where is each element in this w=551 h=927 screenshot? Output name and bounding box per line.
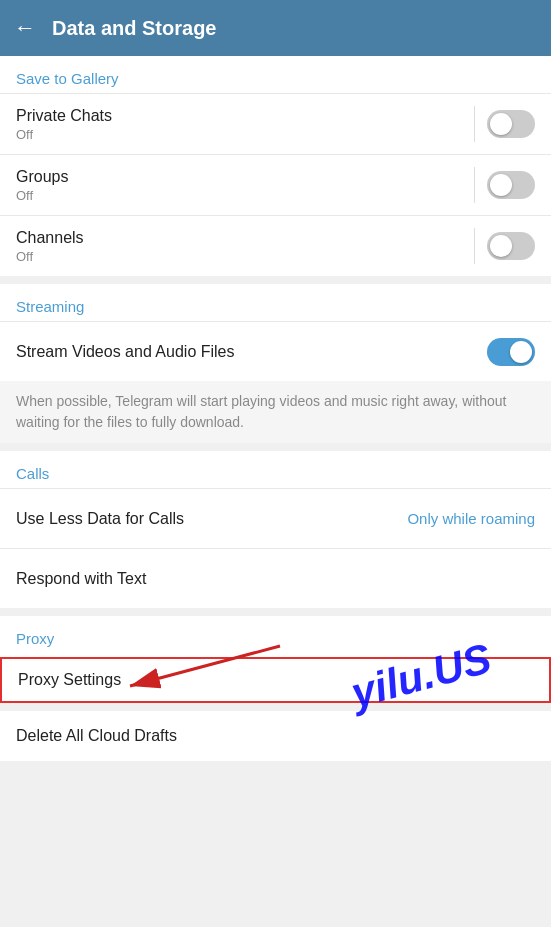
- calls-header: Calls: [0, 451, 551, 488]
- toggle-knob-3: [490, 235, 512, 257]
- channels-label-wrap: Channels Off: [16, 229, 84, 264]
- back-button[interactable]: ←: [14, 15, 36, 41]
- save-to-gallery-header: Save to Gallery: [0, 56, 551, 93]
- delete-label: Delete All Cloud Drafts: [16, 727, 177, 744]
- private-chats-toggle[interactable]: [487, 110, 535, 138]
- groups-label: Groups: [16, 168, 68, 186]
- proxy-settings-row[interactable]: Proxy Settings: [0, 657, 551, 703]
- page-wrapper: ← Data and Storage Save to Gallery Priva…: [0, 0, 551, 761]
- proxy-header: Proxy: [0, 616, 551, 653]
- streaming-section: Streaming Stream Videos and Audio Files …: [0, 284, 551, 443]
- groups-sublabel: Off: [16, 188, 68, 203]
- private-chats-toggle-wrap: [474, 106, 535, 142]
- groups-row[interactable]: Groups Off: [0, 154, 551, 215]
- private-chats-sublabel: Off: [16, 127, 112, 142]
- use-less-data-row[interactable]: Use Less Data for Calls Only while roami…: [0, 488, 551, 548]
- respond-with-text-row[interactable]: Respond with Text: [0, 548, 551, 608]
- stream-videos-label: Stream Videos and Audio Files: [16, 343, 235, 361]
- streaming-info: When possible, Telegram will start playi…: [0, 381, 551, 443]
- toggle-divider-2: [474, 167, 475, 203]
- use-less-data-value[interactable]: Only while roaming: [407, 510, 535, 527]
- toggle-divider: [474, 106, 475, 142]
- toggle-divider-3: [474, 228, 475, 264]
- channels-sublabel: Off: [16, 249, 84, 264]
- toggle-knob: [490, 113, 512, 135]
- channels-toggle-wrap: [474, 228, 535, 264]
- page-title: Data and Storage: [52, 17, 216, 40]
- private-chats-row[interactable]: Private Chats Off: [0, 93, 551, 154]
- toggle-knob-4: [510, 341, 532, 363]
- streaming-header: Streaming: [0, 284, 551, 321]
- groups-label-wrap: Groups Off: [16, 168, 68, 203]
- save-to-gallery-section: Save to Gallery Private Chats Off Groups…: [0, 56, 551, 276]
- stream-videos-row[interactable]: Stream Videos and Audio Files: [0, 321, 551, 381]
- delete-row[interactable]: Delete All Cloud Drafts: [0, 711, 551, 761]
- respond-with-text-label: Respond with Text: [16, 570, 146, 588]
- channels-toggle[interactable]: [487, 232, 535, 260]
- channels-row[interactable]: Channels Off: [0, 215, 551, 276]
- toggle-knob-2: [490, 174, 512, 196]
- proxy-section: Proxy Proxy Settings: [0, 616, 551, 703]
- private-chats-label: Private Chats: [16, 107, 112, 125]
- proxy-settings-label: Proxy Settings: [18, 671, 121, 688]
- header: ← Data and Storage: [0, 0, 551, 56]
- groups-toggle-wrap: [474, 167, 535, 203]
- groups-toggle[interactable]: [487, 171, 535, 199]
- stream-toggle[interactable]: [487, 338, 535, 366]
- stream-toggle-wrap: [487, 338, 535, 366]
- channels-label: Channels: [16, 229, 84, 247]
- private-chats-label-wrap: Private Chats Off: [16, 107, 112, 142]
- proxy-annotation-overlay: Proxy Proxy Settings yilu.US: [0, 616, 551, 703]
- calls-section: Calls Use Less Data for Calls Only while…: [0, 451, 551, 608]
- use-less-data-label: Use Less Data for Calls: [16, 510, 184, 528]
